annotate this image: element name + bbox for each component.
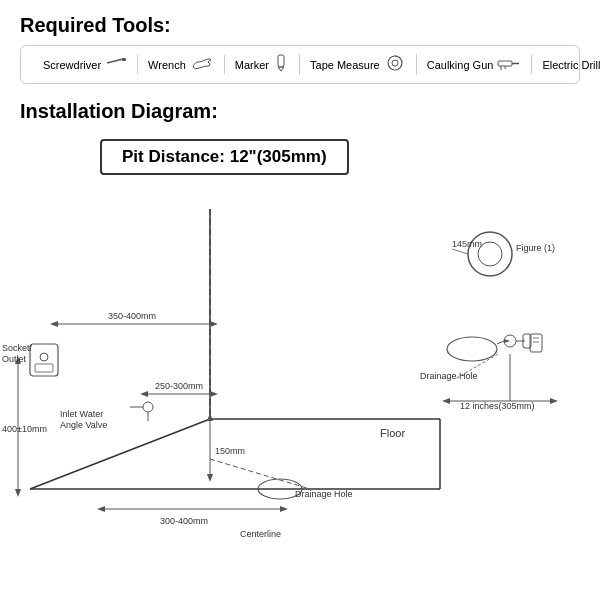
- svg-rect-6: [498, 61, 512, 66]
- svg-marker-39: [15, 489, 21, 497]
- measure-300-label: 300-400mm: [160, 516, 208, 526]
- tape-measure-icon: [384, 54, 406, 75]
- measure-150-label: 150mm: [215, 446, 245, 456]
- drainage-hole-right-label: Drainage Hole: [420, 371, 478, 381]
- tool-tape-measure: Tape Measure: [300, 54, 417, 75]
- socket-outlet-label: Socket/: [2, 343, 33, 353]
- tool-marker: Marker: [225, 54, 300, 75]
- svg-point-46: [447, 337, 497, 361]
- figure-label: Figure (1): [516, 243, 555, 253]
- electric-drill-label: Electric Drill: [542, 59, 600, 71]
- svg-point-5: [392, 60, 398, 66]
- svg-marker-33: [207, 474, 213, 482]
- twelve-inches-label: 12 inches(305mm): [460, 401, 535, 411]
- svg-marker-26: [50, 321, 58, 327]
- svg-rect-52: [530, 334, 542, 352]
- svg-marker-27: [210, 321, 218, 327]
- marker-icon: [273, 54, 289, 75]
- svg-text:Outlet: Outlet: [2, 354, 27, 364]
- svg-marker-30: [210, 391, 218, 397]
- tools-box: Screwdriver Wrench Marker Tape Measure C…: [20, 45, 580, 84]
- svg-line-45: [452, 249, 468, 254]
- svg-marker-36: [280, 506, 288, 512]
- wrench-icon: [190, 55, 214, 74]
- tape-measure-label: Tape Measure: [310, 59, 380, 71]
- svg-line-0: [107, 59, 123, 63]
- svg-rect-1: [122, 58, 126, 61]
- screwdriver-label: Screwdriver: [43, 59, 101, 71]
- marker-label: Marker: [235, 59, 269, 71]
- svg-rect-2: [278, 55, 284, 67]
- svg-point-22: [143, 402, 153, 412]
- required-tools-section: Required Tools: Screwdriver Wrench Marke…: [0, 0, 600, 92]
- inlet-label: Inlet Water: [60, 409, 103, 419]
- svg-marker-57: [442, 398, 450, 404]
- wrench-label: Wrench: [148, 59, 186, 71]
- svg-marker-3: [278, 67, 284, 71]
- tool-caulking-gun: Caulking Gun: [417, 55, 533, 74]
- drainage-hole-bottom-label: Drainage Hole: [295, 489, 353, 499]
- pit-distance-box: Pit Distance: 12"(305mm): [100, 139, 349, 175]
- svg-line-14: [30, 419, 210, 489]
- svg-marker-32: [207, 413, 213, 421]
- measure-350-label: 350-400mm: [108, 311, 156, 321]
- tool-screwdriver: Screwdriver: [33, 55, 138, 74]
- centerline-label: Centerline: [240, 529, 281, 539]
- tool-electric-drill: Electric Drill: [532, 54, 600, 75]
- svg-marker-51: [504, 339, 510, 343]
- svg-marker-35: [97, 506, 105, 512]
- caulking-gun-label: Caulking Gun: [427, 59, 494, 71]
- caulking-gun-icon: [497, 55, 521, 74]
- svg-rect-19: [30, 344, 58, 376]
- mm-145-label: 145mm: [452, 239, 482, 249]
- svg-marker-29: [140, 391, 148, 397]
- tool-wrench: Wrench: [138, 55, 225, 74]
- svg-text:Angle Valve: Angle Valve: [60, 420, 107, 430]
- measure-250-label: 250-300mm: [155, 381, 203, 391]
- svg-line-50: [497, 341, 504, 344]
- measure-400-label: 400±10mm: [2, 424, 47, 434]
- screwdriver-icon: [105, 55, 127, 74]
- diagram-area: Floor Socket/ Outlet Inlet Water Angle V…: [0, 179, 600, 539]
- required-tools-title: Required Tools:: [20, 14, 580, 37]
- installation-title: Installation Diagram:: [20, 100, 580, 123]
- installation-section: Installation Diagram: Pit Distance: 12"(…: [0, 92, 600, 175]
- svg-marker-58: [550, 398, 558, 404]
- installation-diagram: Floor Socket/ Outlet Inlet Water Angle V…: [0, 179, 600, 539]
- floor-label: Floor: [380, 427, 405, 439]
